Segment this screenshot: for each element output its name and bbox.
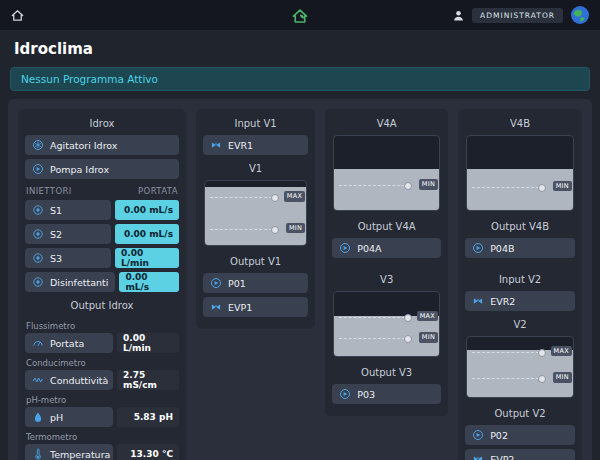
main-panel: Idrox Agitatori Idrox Pompa Idrox INIETT…	[8, 99, 592, 460]
flussimetro-group-label: Flussimetro	[25, 317, 179, 333]
input-v1-title: Input V1	[203, 114, 308, 135]
injector-s2-label: S2	[50, 229, 62, 240]
valve-icon	[472, 295, 484, 307]
home-button[interactable]	[10, 8, 25, 23]
administrator-badge[interactable]: ADMINISTRATOR	[472, 8, 563, 23]
evp1-button[interactable]: EVP1	[203, 297, 308, 317]
pump-icon	[210, 277, 222, 289]
evr2-button[interactable]: EVR2	[465, 291, 575, 311]
min-badge: MIN	[286, 223, 305, 234]
v3-max-handle[interactable]	[404, 314, 412, 322]
injector-disinfettanti-value[interactable]: 0.00 mL/s	[119, 272, 179, 292]
globe-icon[interactable]	[570, 5, 590, 25]
idrox-title: Idrox	[25, 114, 179, 135]
marker-line	[472, 187, 544, 188]
max-badge: MAX	[417, 311, 438, 322]
home-icon	[10, 8, 25, 23]
portata-header: PORTATA	[138, 186, 178, 196]
p02-button[interactable]: P02	[465, 425, 575, 445]
pump-icon	[32, 163, 44, 175]
droplet-icon	[32, 411, 44, 423]
min-badge: MIN	[553, 181, 572, 192]
injector-s2-value[interactable]: 0.00 mL/s	[115, 224, 179, 244]
p04a-button[interactable]: P04A	[332, 238, 441, 258]
ph-sensor-row: pH 5.83 pH	[25, 407, 179, 427]
max-badge: MAX	[551, 346, 572, 357]
injector-s3-label: S3	[50, 253, 62, 264]
valve-icon	[472, 453, 484, 460]
injector-s1-label: S1	[50, 205, 62, 216]
temperature-sensor-value: 13.30 °C	[117, 444, 179, 460]
pump-icon	[339, 242, 351, 254]
evr1-button[interactable]: EVR1	[203, 135, 308, 155]
v1-panel: Input V1 EVR1 V1 MAX MIN Output V1 P01	[196, 109, 315, 329]
temperature-sensor: Temperatura	[25, 444, 113, 460]
tank-v4a: MIN	[333, 135, 440, 211]
v4b-min-handle[interactable]	[538, 184, 546, 192]
v3-title: V3	[332, 270, 441, 291]
idrox-panel: Idrox Agitatori Idrox Pompa Idrox INIETT…	[18, 109, 186, 460]
tank-v1: MAX MIN	[204, 180, 307, 246]
v4a-v3-panel: V4A MIN Output V4A P04A V3 MAX	[325, 109, 448, 416]
injector-s2-button[interactable]: S2	[25, 224, 111, 244]
mixer-icon	[32, 139, 44, 151]
page-title: Idroclima	[0, 30, 600, 67]
output-v4a-title: Output V4A	[332, 217, 441, 238]
tank-v4b: MIN	[466, 135, 574, 211]
wave-icon	[32, 374, 44, 386]
conductivity-sensor: Conduttività	[25, 370, 113, 390]
p03-label: P03	[357, 389, 375, 400]
pump-icon	[472, 429, 484, 441]
p04b-button[interactable]: P04B	[465, 238, 575, 258]
agitatori-idrox-button[interactable]: Agitatori Idrox	[25, 135, 179, 155]
marker-line	[472, 352, 544, 353]
user-icon	[452, 9, 465, 22]
evr1-label: EVR1	[228, 140, 253, 151]
injector-s1-button[interactable]: S1	[25, 200, 111, 220]
output-v3-title: Output V3	[332, 363, 441, 384]
v2-min-handle[interactable]	[538, 375, 546, 383]
temperature-sensor-row: Temperatura 13.30 °C	[25, 444, 179, 460]
injector-s3-value[interactable]: 0.00 L/min	[115, 248, 179, 268]
p02-label: P02	[490, 430, 508, 441]
injector-disinfettanti-button[interactable]: Disinfettanti	[25, 272, 115, 292]
injector-s1-value[interactable]: 0.00 mL/s	[115, 200, 179, 220]
injector-row-s2: S2 0.00 mL/s	[25, 224, 179, 244]
v2-max-handle[interactable]	[538, 349, 546, 357]
valve-icon	[210, 301, 222, 313]
marker-line	[339, 338, 410, 339]
iniettori-header: INIETTORI	[26, 186, 72, 196]
output-idrox-title: Output Idrox	[25, 296, 179, 317]
flow-sensor: Portata	[25, 333, 113, 353]
injector-row-disinfettanti: Disinfettanti 0.00 mL/s	[25, 272, 179, 292]
temperature-sensor-label: Temperatura	[50, 449, 110, 460]
max-badge: MAX	[284, 191, 305, 202]
marker-line	[472, 378, 544, 379]
injector-icon	[32, 252, 44, 264]
v1-min-handle[interactable]	[271, 226, 279, 234]
p03-button[interactable]: P03	[332, 384, 441, 404]
thermometer-icon	[32, 448, 44, 460]
injector-row-s1: S1 0.00 mL/s	[25, 200, 179, 220]
conductivity-sensor-label: Conduttività	[50, 375, 108, 386]
injector-disinfettanti-label: Disinfettanti	[50, 277, 108, 288]
agitatori-label: Agitatori Idrox	[50, 140, 118, 151]
pump-icon	[339, 388, 351, 400]
pump-icon	[472, 242, 484, 254]
top-bar: ADMINISTRATOR	[0, 0, 600, 30]
pompa-idrox-button[interactable]: Pompa Idrox	[25, 159, 179, 179]
min-badge: MIN	[419, 332, 438, 343]
injector-row-s3: S3 0.00 L/min	[25, 248, 179, 268]
app-logo	[291, 6, 310, 25]
ph-sensor: pH	[25, 407, 113, 427]
output-v1-title: Output V1	[203, 252, 308, 273]
injector-s3-button[interactable]: S3	[25, 248, 111, 268]
p01-button[interactable]: P01	[203, 273, 308, 293]
ph-metro-group-label: pH-metro	[25, 391, 179, 407]
injector-icon	[32, 228, 44, 240]
v1-title: V1	[203, 159, 308, 180]
marker-line	[210, 229, 277, 230]
p04a-label: P04A	[357, 243, 381, 254]
output-v2-title: Output V2	[465, 404, 575, 425]
evp2-button[interactable]: EVP2	[465, 449, 575, 460]
